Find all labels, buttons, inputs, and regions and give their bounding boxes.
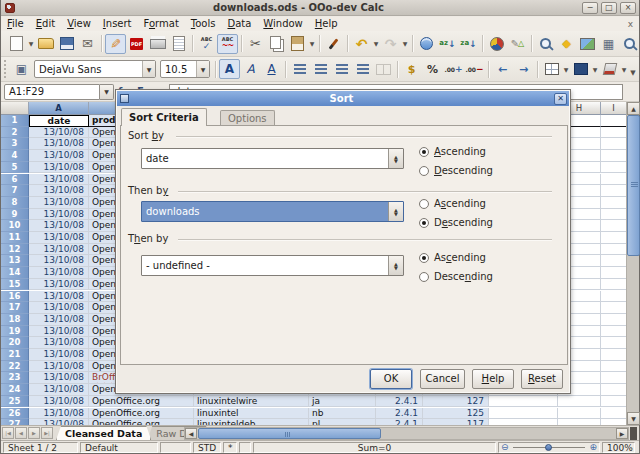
align-justified-icon[interactable] (352, 59, 373, 79)
then-by-combobox-1[interactable]: downloads ▲▼ (141, 201, 404, 222)
increase-indent-icon[interactable] (513, 59, 534, 79)
sort-descending-icon[interactable] (458, 34, 479, 54)
cell-I12[interactable] (601, 244, 627, 256)
ok-button[interactable]: OK (370, 369, 412, 389)
column-header-A[interactable]: A (29, 102, 89, 115)
cell-A7[interactable]: 13/10/08 (29, 185, 89, 197)
cell-E26[interactable]: 2.4.1 (376, 408, 423, 420)
gallery-icon[interactable] (577, 34, 598, 54)
font-name-combo[interactable]: DejaVu Sans▼ (34, 60, 156, 78)
cell-G26[interactable] (489, 408, 558, 420)
combobox-spin-icon[interactable]: ▲▼ (388, 149, 403, 168)
borders-dropdown-arrow[interactable]: ▼ (562, 59, 570, 79)
cell-I11[interactable] (601, 232, 627, 244)
cell-A19[interactable]: 13/10/08 (29, 326, 89, 338)
row-header-6[interactable]: 6 (1, 174, 29, 186)
cell-I24[interactable] (601, 384, 627, 396)
cell-G25[interactable] (489, 396, 558, 408)
cell-A22[interactable]: 13/10/08 (29, 361, 89, 373)
cell-I2[interactable] (601, 127, 627, 139)
font-size-combo[interactable]: 10.5▼ (160, 60, 210, 78)
undo-icon[interactable] (351, 34, 372, 54)
cell-F26[interactable]: 125 (423, 408, 489, 420)
cell-A1[interactable]: date (29, 115, 89, 127)
cell-F25[interactable]: 127 (423, 396, 489, 408)
align-right-icon[interactable] (331, 59, 352, 79)
sheet-tab-cleansed-data[interactable]: Cleansed Data (56, 426, 151, 440)
row-header-10[interactable]: 10 (1, 220, 29, 232)
merge-cells-icon[interactable] (373, 59, 394, 79)
radio-circle[interactable] (419, 218, 429, 228)
sort-dialog-titlebar[interactable]: Sort ✕ (117, 91, 569, 106)
cell-I19[interactable] (601, 326, 627, 338)
close-button[interactable]: × (620, 2, 636, 14)
redo-dropdown-arrow[interactable]: ▼ (401, 34, 409, 54)
paste-icon[interactable] (287, 34, 308, 54)
cell-D26[interactable]: nb (309, 408, 376, 420)
cell-A2[interactable]: 13/10/08 (29, 127, 89, 139)
font-name-combo-dropdown-arrow[interactable]: ▼ (142, 61, 155, 77)
last-sheet-icon[interactable]: ▶| (41, 427, 53, 439)
cell-I23[interactable] (601, 372, 627, 384)
row-header-14[interactable]: 14 (1, 267, 29, 279)
cell-A4[interactable]: 13/10/08 (29, 150, 89, 162)
cell-I20[interactable] (601, 337, 627, 349)
column-header-I[interactable]: I (601, 102, 627, 115)
print-icon[interactable] (147, 34, 168, 54)
reset-button[interactable]: Reset (521, 369, 563, 389)
row-header-8[interactable]: 8 (1, 197, 29, 209)
page-preview-icon[interactable] (168, 34, 189, 54)
cell-I25[interactable] (601, 396, 627, 408)
email-icon[interactable] (77, 34, 98, 54)
scroll-right-icon[interactable]: ▶ (616, 428, 628, 439)
new-dropdown-arrow[interactable]: ▼ (27, 34, 35, 54)
radio-circle[interactable] (419, 147, 429, 157)
cell-I8[interactable] (601, 197, 627, 209)
cell-A21[interactable]: 13/10/08 (29, 349, 89, 361)
radio-circle[interactable] (419, 166, 429, 176)
tab-options[interactable]: Options (220, 110, 275, 126)
sort-ascending-icon[interactable] (437, 34, 458, 54)
save-icon[interactable] (56, 34, 77, 54)
cell-I9[interactable] (601, 209, 627, 221)
row-header-11[interactable]: 11 (1, 232, 29, 244)
cell-I3[interactable] (601, 138, 627, 150)
auto-spellcheck-icon[interactable] (217, 34, 238, 54)
row-header-23[interactable]: 23 (1, 372, 29, 384)
delete-decimal-icon[interactable] (464, 59, 485, 79)
border-color-dropdown-arrow[interactable]: ▼ (620, 59, 628, 79)
cell-B25[interactable]: OpenOffice.org (89, 396, 194, 408)
spellcheck-icon[interactable] (196, 34, 217, 54)
cell-A17[interactable]: 13/10/08 (29, 302, 89, 314)
zoom-in-icon[interactable]: ⊕ (589, 443, 597, 452)
radio-ascending-2[interactable]: Ascending (419, 198, 486, 209)
menu-view[interactable]: View (61, 17, 97, 31)
vertical-scrollbar-thumb[interactable] (627, 115, 640, 256)
cell-A12[interactable]: 13/10/08 (29, 244, 89, 256)
align-left-icon[interactable] (289, 59, 310, 79)
cell-I14[interactable] (601, 267, 627, 279)
cell-I15[interactable] (601, 279, 627, 291)
radio-circle[interactable] (419, 199, 429, 209)
underline-icon[interactable] (261, 59, 282, 79)
scroll-left-icon[interactable]: ◀ (185, 428, 197, 439)
radio-ascending-3[interactable]: Ascending (419, 252, 486, 263)
cell-I6[interactable] (601, 174, 627, 186)
help-button[interactable]: Help (472, 369, 514, 389)
percent-icon[interactable] (422, 59, 443, 79)
zoom-slider-track[interactable] (513, 447, 586, 448)
currency-icon[interactable] (401, 59, 422, 79)
horizontal-scrollbar-thumb[interactable] (198, 428, 381, 439)
menu-tools[interactable]: Tools (185, 17, 222, 31)
page-style-indicator[interactable]: Default (80, 442, 158, 453)
select-all-corner[interactable] (1, 102, 29, 115)
vertical-scrollbar[interactable]: ▲ ▼ (626, 102, 639, 425)
minimize-button[interactable]: − (582, 2, 598, 14)
sort-by-combobox[interactable]: date ▲▼ (141, 148, 404, 169)
row-header-12[interactable]: 12 (1, 244, 29, 256)
zoom-slider[interactable]: ⊖ ⊕ (498, 442, 600, 453)
cell-H25[interactable] (558, 396, 601, 408)
row-header-9[interactable]: 9 (1, 209, 29, 221)
add-decimal-icon[interactable] (443, 59, 464, 79)
cell-I4[interactable] (601, 150, 627, 162)
